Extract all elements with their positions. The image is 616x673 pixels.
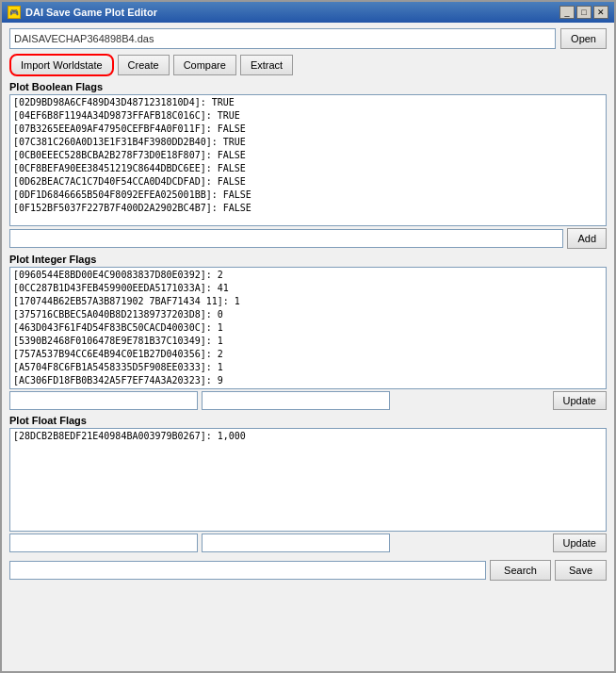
list-item[interactable]: [CB7880C1297A7E4286F255ACA79D03A4]: 0 — [11, 387, 605, 389]
action-buttons: Import Worldstate Create Compare Extract — [9, 54, 607, 76]
list-item[interactable]: [0D62BEAC7AC1C7D40F54CCA0D4DCDFAD]: FALS… — [11, 175, 605, 189]
integer-update-button[interactable]: Update — [553, 391, 607, 410]
search-button[interactable]: Search — [490, 560, 551, 581]
top-bar: Open — [9, 28, 607, 49]
float-flags-list[interactable]: [28DCB2B8EDF21E40984BA003979B0267]: 1,00… — [9, 428, 607, 532]
integer-flags-list[interactable]: [0960544E8BD00E4C90083837D80E0392]: 2[0C… — [9, 267, 607, 389]
bottom-bar: Search Save — [9, 557, 607, 583]
integer-value-input[interactable] — [202, 391, 390, 410]
list-item[interactable]: [463D043F61F4D54F83BC50CACD40030C]: 1 — [11, 321, 605, 335]
list-item[interactable]: [0960544E8BD00E4C90083837D80E0392]: 2 — [11, 269, 605, 282]
integer-section-label: Plot Integer Flags — [9, 254, 607, 265]
float-flags-section: Plot Float Flags [28DCB2B8EDF21E40984BA0… — [9, 415, 607, 552]
compare-button[interactable]: Compare — [173, 55, 236, 75]
list-item[interactable]: [07C381C260A0D13E1F31B4F3980DD2B40]: TRU… — [11, 136, 605, 149]
extract-button[interactable]: Extract — [240, 55, 293, 75]
filename-input[interactable] — [9, 28, 556, 49]
boolean-flags-section: Plot Boolean Flags [02D9BD98A6CF489D43D4… — [9, 81, 607, 249]
list-item[interactable]: [02D9BD98A6CF489D43D4871231810D4]: TRUE — [11, 96, 605, 109]
list-item[interactable]: [AC306FD18FB0B342A5F7EF74A3A20323]: 9 — [11, 374, 605, 387]
title-controls: _ □ ✕ — [559, 6, 608, 19]
app-icon: 🎮 — [8, 6, 21, 19]
create-button[interactable]: Create — [118, 55, 170, 75]
list-item[interactable]: [07B3265EEA09AF47950CEFBF4A0F011F]: FALS… — [11, 123, 605, 136]
window-title: DAI Save Game Plot Editor — [25, 7, 157, 18]
boolean-add-input[interactable] — [9, 229, 563, 248]
list-item[interactable]: [0DF1D6846665B504F8092EFEA025001BB]: FAL… — [11, 189, 605, 202]
list-item[interactable]: [5390B2468F0106478E9E781B37C10349]: 1 — [11, 335, 605, 348]
float-key-input[interactable] — [9, 533, 198, 552]
list-item[interactable]: [28DCB2B8EDF21E40984BA003979B0267]: 1,00… — [11, 430, 605, 443]
list-item[interactable]: [A5704F8C6FB1A5458335D5F908EE0333]: 1 — [11, 361, 605, 374]
list-item[interactable]: [0F152BF5037F227B7F400D2A2902BC4B7]: FAL… — [11, 202, 605, 215]
list-item[interactable]: [375716CBBEC5A040B8D21389737203D8]: 0 — [11, 308, 605, 321]
open-button[interactable]: Open — [560, 28, 607, 49]
import-worldstate-button[interactable]: Import Worldstate — [9, 54, 114, 76]
minimize-button[interactable]: _ — [559, 6, 575, 19]
float-update-button[interactable]: Update — [553, 533, 607, 552]
maximize-button[interactable]: □ — [576, 6, 592, 19]
float-value-input[interactable] — [202, 533, 390, 552]
list-item[interactable]: [170744B62EB57A3B871902 7BAF71434 11]: 1 — [11, 295, 605, 308]
list-item[interactable]: [757A537B94CC6E4B94C0E1B27D040356]: 2 — [11, 348, 605, 361]
content-area: Open Import Worldstate Create Compare Ex… — [2, 23, 614, 671]
float-update-row: Update — [9, 533, 607, 552]
list-item[interactable]: [0CF8BEFA90EE38451219C8644DBDC6EE]: FALS… — [11, 162, 605, 175]
list-item[interactable]: [04EF6B8F1194A34D9873FFAFB18C016C]: TRUE — [11, 109, 605, 123]
close-button[interactable]: ✕ — [593, 6, 608, 19]
integer-update-row: Update — [9, 391, 607, 410]
search-input[interactable] — [9, 561, 486, 580]
title-bar: 🎮 DAI Save Game Plot Editor _ □ ✕ — [2, 2, 614, 23]
float-section-label: Plot Float Flags — [9, 415, 607, 426]
list-item[interactable]: [0CC287B1D43FEB459900EEDA5171033A]: 41 — [11, 282, 605, 295]
boolean-add-area: Add — [9, 228, 607, 249]
main-window: 🎮 DAI Save Game Plot Editor _ □ ✕ Open I… — [0, 0, 616, 673]
boolean-section-label: Plot Boolean Flags — [9, 81, 607, 92]
title-bar-left: 🎮 DAI Save Game Plot Editor — [8, 6, 157, 19]
list-item[interactable]: [0CB0EEEC528BCBA2B278F73D0E18F807]: FALS… — [11, 149, 605, 162]
boolean-add-button[interactable]: Add — [567, 228, 607, 249]
save-button[interactable]: Save — [555, 560, 607, 581]
boolean-flags-list[interactable]: [02D9BD98A6CF489D43D4871231810D4]: TRUE[… — [9, 94, 607, 226]
integer-key-input[interactable] — [9, 391, 198, 410]
integer-flags-section: Plot Integer Flags [0960544E8BD00E4C9008… — [9, 254, 607, 410]
